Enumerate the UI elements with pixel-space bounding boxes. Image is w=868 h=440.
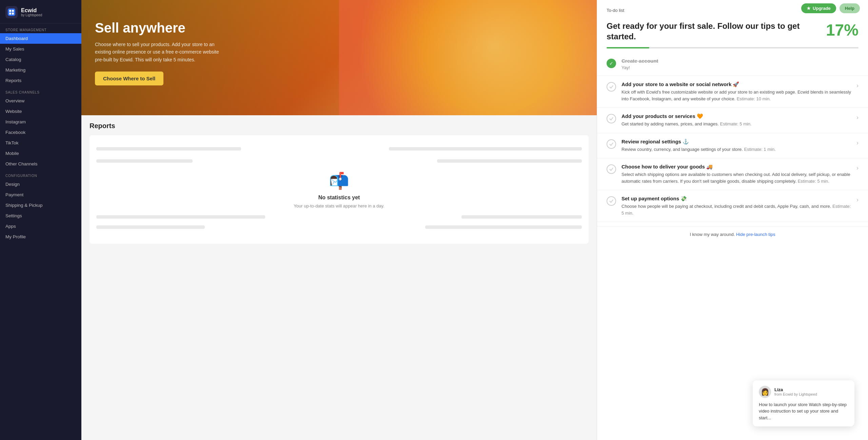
sidebar-item-label: My Sales (5, 46, 24, 52)
hero-banner: Sell anywhere Choose where to sell your … (81, 0, 597, 115)
sidebar-item-label: TikTok (5, 140, 19, 145)
todo-check-done: ✓ (607, 59, 616, 68)
todo-check-pending (607, 164, 616, 174)
sidebar-item-reports[interactable]: Reports (0, 75, 81, 86)
todo-item-title: Create account (622, 58, 859, 64)
todo-item-title: Set up payment options 💸 (622, 196, 852, 202)
sidebar-item-catalog[interactable]: Catalog (0, 54, 81, 65)
sidebar: Ecwid by Lightspeed Store management Das… (0, 0, 81, 440)
svg-rect-3 (9, 13, 11, 15)
sidebar-item-marketing[interactable]: Marketing (0, 65, 81, 75)
todo-item-desc: Choose how people will be paying at chec… (622, 203, 852, 216)
sidebar-item-label: My Profile (5, 234, 26, 239)
sidebar-item-overview[interactable]: Overview (0, 96, 81, 106)
content-area: Sell anywhere Choose where to sell your … (81, 0, 868, 440)
todo-item-delivery[interactable]: Choose how to deliver your goods 🚚 Selec… (597, 158, 868, 190)
logo-subtitle: by Lightspeed (21, 13, 42, 17)
todo-tag: To-do list (607, 8, 624, 13)
chat-header: 👩 Liza from Ecwid by Lightspeed (759, 386, 848, 398)
sidebar-item-settings[interactable]: Settings (0, 211, 81, 221)
sidebar-item-label: Settings (5, 213, 22, 218)
todo-percent: 17% (826, 21, 859, 39)
reports-skeleton-top (96, 147, 582, 172)
chat-message: How to launch your store Watch step-by-s… (759, 401, 848, 421)
help-button[interactable]: Help (840, 3, 860, 13)
no-stats-title: No statistics yet (318, 195, 360, 201)
todo-item-yay: Yay! (622, 65, 859, 70)
todo-item-desc: Select which shipping options are availa… (622, 171, 852, 184)
no-stats-icon: 📬 (329, 172, 349, 191)
chevron-right-icon: › (856, 196, 859, 203)
chat-agent-source: from Ecwid by Lightspeed (774, 392, 817, 396)
todo-footer-text: I know my way around. (690, 232, 735, 237)
sidebar-item-label: Design (5, 182, 20, 187)
todo-progress-container (597, 42, 868, 48)
todo-item-add-store[interactable]: Add your store to a website or social ne… (597, 76, 868, 108)
todo-check-pending (607, 114, 616, 123)
sidebar-item-tiktok[interactable]: TikTok (0, 138, 81, 148)
star-icon: ★ (807, 6, 811, 11)
sidebar-item-label: Shipping & Pickup (5, 203, 43, 208)
logo-title: Ecwid (21, 7, 42, 14)
choose-where-to-sell-button[interactable]: Choose Where to Sell (95, 72, 163, 85)
main-content: ★ Upgrade Help Sell anywhere Choose wher… (81, 0, 868, 440)
sidebar-item-website[interactable]: Website (0, 106, 81, 117)
sidebar-item-label: Website (5, 109, 22, 114)
todo-item-regional-settings[interactable]: Review regional settings ⚓ Review countr… (597, 133, 868, 159)
sidebar-item-other-channels[interactable]: Other Channels (0, 159, 81, 169)
todo-item-title: Review regional settings ⚓ (622, 139, 852, 145)
svg-rect-2 (12, 10, 14, 12)
sidebar-item-label: Instagram (5, 119, 26, 124)
sidebar-item-label: Reports (5, 78, 21, 83)
sidebar-item-shipping-pickup[interactable]: Shipping & Pickup (0, 200, 81, 211)
todo-item-content: Add your store to a website or social ne… (622, 81, 852, 102)
sidebar-item-instagram[interactable]: Instagram (0, 117, 81, 127)
sidebar-item-mobile[interactable]: Mobile (0, 148, 81, 159)
svg-rect-1 (9, 10, 11, 12)
sidebar-item-design[interactable]: Design (0, 179, 81, 189)
chevron-right-icon: › (856, 82, 859, 89)
sidebar-item-facebook[interactable]: Facebook (0, 127, 81, 138)
sidebar-item-my-sales[interactable]: My Sales (0, 44, 81, 54)
todo-item-title: Choose how to deliver your goods 🚚 (622, 164, 852, 170)
chevron-right-icon: › (856, 114, 859, 121)
sidebar-item-payment[interactable]: Payment (0, 189, 81, 200)
sidebar-item-label: Payment (5, 192, 23, 197)
chat-agent-name: Liza (774, 387, 817, 392)
todo-item-create-account[interactable]: ✓ Create account Yay! (597, 53, 868, 76)
sidebar-item-apps[interactable]: Apps (0, 221, 81, 232)
reports-section: Reports 📬 No statistics yet (81, 115, 597, 251)
hero-content: Sell anywhere Choose where to sell your … (95, 20, 224, 85)
sidebar-item-label: Catalog (5, 57, 21, 62)
reports-title: Reports (90, 122, 589, 130)
todo-item-desc: Get started by adding names, prices, and… (622, 121, 852, 127)
hero-description: Choose where to sell your products. Add … (95, 41, 224, 63)
hide-tips-link[interactable]: Hide pre-launch tips (736, 232, 775, 237)
todo-item-title: Add your store to a website or social ne… (622, 81, 852, 87)
sidebar-item-label: Apps (5, 224, 16, 229)
sidebar-item-label: Facebook (5, 130, 25, 135)
reports-card: 📬 No statistics yet Your up-to-date stat… (90, 135, 589, 244)
todo-title: Get ready for your first sale. Follow ou… (607, 21, 803, 42)
reports-skeleton-bottom (96, 215, 582, 232)
todo-item-add-products[interactable]: Add your products or services 🧡 Get star… (597, 108, 868, 133)
sidebar-item-dashboard[interactable]: Dashboard (0, 33, 81, 44)
sidebar-item-my-profile[interactable]: My Profile (0, 232, 81, 242)
chat-agent-info: Liza from Ecwid by Lightspeed (774, 387, 817, 396)
todo-item-payment-options[interactable]: Set up payment options 💸 Choose how peop… (597, 190, 868, 222)
upgrade-button[interactable]: ★ Upgrade (801, 3, 836, 13)
store-management-label: Store management (0, 23, 81, 33)
svg-rect-0 (8, 8, 15, 16)
sales-channels-label: Sales channels (0, 86, 81, 96)
no-stats-desc: Your up-to-date stats will appear here i… (294, 203, 384, 208)
sidebar-item-label: Marketing (5, 67, 25, 73)
todo-item-content: Add your products or services 🧡 Get star… (622, 113, 852, 127)
todo-items: ✓ Create account Yay! Add your store to (597, 48, 868, 226)
todo-item-title: Add your products or services 🧡 (622, 113, 852, 119)
logo-icon (5, 6, 18, 18)
todo-item-content: Create account Yay! (622, 58, 859, 70)
todo-item-desc: Review country, currency, and language s… (622, 146, 852, 153)
sidebar-item-label: Mobile (5, 151, 19, 156)
sidebar-logo: Ecwid by Lightspeed (0, 0, 81, 23)
chevron-right-icon: › (856, 164, 859, 172)
